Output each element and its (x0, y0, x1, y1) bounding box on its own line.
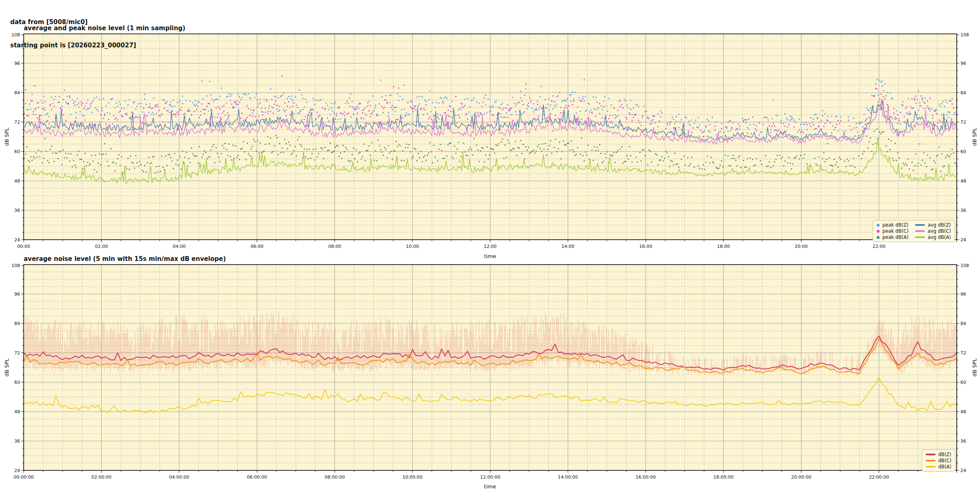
y-tick-label: 96 (14, 61, 20, 66)
y-tick-label: 108 (11, 263, 20, 268)
legend-label: dB(A) (938, 464, 951, 470)
bottom-chart-ylabel-right: dB SPL (971, 359, 978, 377)
x-tick-label: 20:00:00 (791, 474, 811, 480)
legend-entry-peak-db-z: peak dB(Z) (877, 222, 909, 228)
x-tick-label: 18:00:00 (713, 474, 733, 480)
legend-label: peak dB(A) (882, 234, 909, 240)
y2-tick-label: 24 (960, 237, 966, 243)
legend-line-marker-icon (915, 230, 925, 232)
legend-label: avg dB(A) (928, 234, 951, 240)
x-tick-label: 06:00 (250, 244, 263, 249)
legend-dot-marker-icon (877, 236, 880, 239)
x-tick-label: 04:00 (173, 244, 186, 249)
y-tick-label: 60 (14, 149, 20, 154)
top-chart-ylabel-left: dB SPL (4, 128, 10, 146)
x-tick-label: 18:00 (717, 244, 730, 249)
y-tick-label: 60 (14, 380, 20, 385)
y2-tick-label: 72 (960, 350, 966, 356)
bottom-chart-title: average noise level (5 min with 15s min/… (24, 255, 226, 263)
y2-tick-label: 96 (960, 292, 966, 297)
x-tick-label: 08:00:00 (325, 474, 345, 480)
x-tick-label: 10:00:00 (402, 474, 422, 480)
legend-dot-marker-icon (877, 230, 880, 233)
legend-label: dB(C) (938, 458, 951, 463)
y-tick-label: 24 (14, 468, 20, 473)
x-tick-label: 20:00 (795, 244, 808, 249)
x-tick-label: 00:00 (17, 244, 30, 249)
legend-entry-avg-db-c: avg dB(C) (915, 228, 951, 234)
y-tick-label: 72 (14, 350, 20, 356)
x-tick-label: 22:00:00 (869, 474, 889, 480)
top-chart-title: average and peak noise level (1 min samp… (24, 24, 185, 32)
legend-dot-marker-icon (877, 224, 880, 227)
y2-tick-label: 108 (960, 263, 969, 268)
charts-canvas: 242436364848606072728484969610810800:000… (0, 0, 980, 490)
legend-entry-db-c: dB(C) (926, 458, 951, 463)
x-tick-label: 12:00 (484, 244, 497, 249)
x-tick-label: 14:00:00 (558, 474, 578, 480)
y2-tick-label: 60 (960, 380, 966, 385)
y2-tick-label: 96 (960, 61, 966, 66)
y2-tick-label: 60 (960, 149, 966, 154)
bottom-chart-xlabel: time (484, 483, 496, 490)
legend-line-marker-icon (926, 454, 935, 455)
legend-entry-peak-db-a: peak dB(A) (877, 234, 909, 240)
y-tick-label: 72 (14, 120, 20, 125)
x-tick-label: 08:00 (328, 244, 341, 249)
y-tick-label: 36 (14, 439, 20, 444)
legend-column: peak dB(Z)peak dB(C)peak dB(A) (877, 222, 909, 240)
y2-tick-label: 72 (960, 120, 966, 125)
y-tick-label: 48 (14, 409, 20, 414)
legend-label: dB(Z) (938, 452, 951, 457)
y-tick-label: 84 (14, 90, 20, 96)
y2-tick-label: 36 (960, 439, 966, 444)
x-tick-label: 16:00 (639, 244, 652, 249)
x-tick-label: 16:00:00 (636, 474, 656, 480)
x-tick-label: 04:00:00 (169, 474, 189, 480)
x-tick-label: 22:00 (873, 244, 886, 249)
bottom-chart-legend: dB(Z)dB(C)dB(A) (922, 450, 956, 472)
header-line2: starting point is [20260223_000027] (10, 42, 136, 49)
legend-entry-avg-db-z: avg dB(Z) (915, 222, 951, 228)
legend-label: avg dB(C) (928, 228, 951, 234)
legend-line-marker-icon (915, 224, 925, 226)
y2-tick-label: 24 (960, 468, 966, 473)
y2-tick-label: 36 (960, 208, 966, 213)
noise-monitor-page: { "header": { "line1": "data from [5008/… (0, 0, 980, 490)
legend-line-marker-icon (915, 236, 925, 238)
y2-tick-label: 48 (960, 409, 966, 414)
legend-column: dB(Z)dB(C)dB(A) (926, 452, 951, 470)
y2-tick-label: 84 (960, 90, 966, 96)
y-tick-label: 36 (14, 208, 20, 213)
x-tick-label: 06:00:00 (247, 474, 267, 480)
legend-entry-avg-db-a: avg dB(A) (915, 234, 951, 240)
legend-line-marker-icon (926, 466, 935, 468)
x-tick-label: 02:00 (95, 244, 108, 249)
y-tick-label: 24 (14, 237, 20, 243)
y2-tick-label: 108 (960, 32, 969, 38)
x-tick-label: 02:00:00 (91, 474, 111, 480)
legend-label: peak dB(Z) (882, 222, 909, 228)
y-tick-label: 96 (14, 292, 20, 297)
x-tick-label: 14:00 (561, 244, 575, 249)
x-tick-label: 12:00:00 (480, 474, 500, 480)
y-tick-label: 84 (14, 321, 20, 326)
top-chart-legend: peak dB(Z)peak dB(C)peak dB(A)avg dB(Z)a… (873, 220, 955, 242)
legend-entry-peak-db-c: peak dB(C) (877, 228, 909, 234)
top-chart-xlabel: time (484, 253, 496, 259)
bottom-chart-ylabel-left: dB SPL (4, 359, 10, 377)
legend-column: avg dB(Z)avg dB(C)avg dB(A) (915, 222, 951, 240)
x-tick-label: 00:00:00 (13, 474, 33, 480)
x-tick-label: 10:00 (406, 244, 419, 249)
y2-tick-label: 48 (960, 178, 966, 184)
legend-label: peak dB(C) (882, 228, 909, 234)
legend-label: avg dB(Z) (928, 222, 951, 228)
top-chart-ylabel-right: dB SPL (971, 128, 978, 146)
y2-tick-label: 84 (960, 321, 966, 326)
legend-entry-db-z: dB(Z) (926, 452, 951, 457)
y-tick-label: 48 (14, 178, 20, 184)
legend-entry-db-a: dB(A) (926, 464, 951, 470)
legend-line-marker-icon (926, 460, 935, 461)
